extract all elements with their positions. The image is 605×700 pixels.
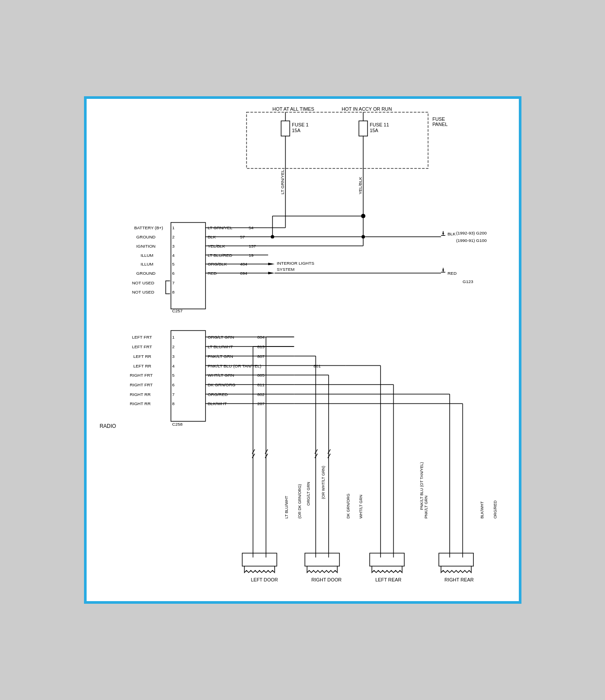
right-door-label: RIGHT DOOR <box>311 577 341 582</box>
c257-pin3-wire: YEL/BLK <box>207 244 225 248</box>
svg-rect-86 <box>242 553 276 566</box>
svg-rect-92 <box>370 553 404 566</box>
right-rear-label: RIGHT REAR <box>444 577 474 582</box>
fuse11-label: FUSE 11 <box>370 122 389 127</box>
svg-rect-0 <box>87 99 519 601</box>
c257-label-notused2: NOT USED <box>132 290 154 294</box>
interior-lights-label1: INTERIOR LIGHTS <box>276 261 314 266</box>
lt-grn-yel-wire-label: LT GRN/YEL <box>280 169 284 194</box>
c257-label-illum1: ILLUM <box>140 253 153 258</box>
rdoor-wire1-label: DK GRN/ORG <box>346 494 350 518</box>
svg-text:8: 8 <box>172 290 175 294</box>
blk-wire-label: BLK <box>447 231 455 236</box>
fuse-panel-label: FUSE <box>432 116 445 122</box>
svg-rect-45 <box>171 331 205 421</box>
c258-pin1-circuit: 804 <box>257 335 265 340</box>
fuse-panel-label2: PANEL <box>432 122 448 127</box>
svg-text:3: 3 <box>172 244 175 248</box>
svg-text:7: 7 <box>172 392 175 397</box>
c258-name: C258 <box>172 422 182 427</box>
c257-label-ground1: GROUND <box>136 234 155 239</box>
c257-pin4-wire: LT BLU/RED <box>207 253 232 258</box>
fuse1-label: FUSE 1 <box>292 122 308 127</box>
c257-pin2-circuit: 57 <box>240 234 245 239</box>
ldoor-wire4-label: (OR WHT/LT GRN) <box>321 466 325 499</box>
c258-label-lfrt1: LEFT FRT <box>132 335 152 340</box>
c258-pin7-circuit: 802 <box>257 392 264 397</box>
c257-pin1-wire: LT GRN/YEL <box>207 225 232 230</box>
ldoor-wire2-label: (OR DK GRN/ORG) <box>297 484 302 518</box>
svg-text:2: 2 <box>172 234 175 239</box>
c258-label-lfrt2: LEFT FRT <box>132 344 152 349</box>
g200-label: (1992-93) G200 <box>456 231 486 235</box>
left-door-label: LEFT DOOR <box>251 577 278 582</box>
svg-text:8: 8 <box>172 401 175 406</box>
c257-label-battery: BATTERY (B+) <box>134 225 163 230</box>
svg-text:5: 5 <box>172 373 175 378</box>
c258-pin3-wire: PNK/LT GRN <box>207 354 233 359</box>
c258-label-rfrt2: RIGHT FRT <box>129 382 152 387</box>
c257-label-ground2: GROUND <box>136 271 155 276</box>
interior-lights-label2: SYSTEM <box>276 267 294 272</box>
c258-pin5-circuit: 805 <box>257 373 265 378</box>
c258-label-rfrt1: RIGHT FRT <box>129 373 152 378</box>
c257-label-ignition: IGNITION <box>136 244 155 248</box>
svg-text:4: 4 <box>172 253 175 258</box>
lrear-wire1-label: PNK/LT BLU (OT TAN/YEL) <box>419 462 423 510</box>
c257-pin4-circuit: 19 <box>248 253 253 258</box>
svg-text:1: 1 <box>172 335 175 340</box>
svg-text:1: 1 <box>172 225 175 230</box>
c258-pin8-wire: BLK/WHT <box>207 401 227 406</box>
rdoor-wire2-label: WHT/LT GRN <box>359 495 363 518</box>
c258-pin6-circuit: 811 <box>257 382 265 387</box>
rrear-wire2-label: ORG/RED <box>493 500 497 518</box>
c258-label-lrr2: LEFT RR <box>133 364 151 368</box>
c258-pin8-circuit: 287 <box>257 401 264 406</box>
g123-label: G123 <box>462 279 473 284</box>
fuse1-value: 15A <box>292 128 301 133</box>
svg-text:2: 2 <box>172 344 175 349</box>
c258-pin5-wire: WHT/LT GRN <box>207 373 234 378</box>
svg-text:6: 6 <box>172 271 175 276</box>
c257-pin5-circuit: 484 <box>240 262 247 266</box>
svg-point-41 <box>361 235 365 238</box>
c257-name: C257 <box>172 308 182 313</box>
c258-pin2-wire: LT BLU/WHT <box>207 344 233 349</box>
rrear-wire1-label: BLK/WHT <box>479 501 484 518</box>
fuse11-value: 15A <box>370 128 378 133</box>
svg-text:6: 6 <box>172 382 175 387</box>
c257-label-notused1: NOT USED <box>132 280 154 285</box>
hot-accy-run-label: HOT IN ACCY OR RUN <box>341 106 392 112</box>
c257-pin5-wire: ORG/BLK <box>207 262 227 266</box>
hot-all-times-label: HOT AT ALL TIMES <box>272 106 314 112</box>
svg-text:3: 3 <box>172 354 175 359</box>
svg-text:4: 4 <box>172 364 175 368</box>
c258-pin6-wire: DK GRN/ORG <box>207 382 235 387</box>
c258-label-lrr1: LEFT RR <box>133 354 151 359</box>
wiring-diagram: HOT AT ALL TIMES HOT IN ACCY OR RUN FUSE… <box>84 96 521 604</box>
c258-label-rrr1: RIGHT RR <box>129 392 150 397</box>
g100-label: (1990-91) G100 <box>456 238 486 243</box>
c258-label-rrr2: RIGHT RR <box>129 401 150 406</box>
svg-text:5: 5 <box>172 262 175 266</box>
c258-pin7-wire: ORG/RED <box>207 392 227 397</box>
c257-label-illum2: ILLUM <box>140 262 153 266</box>
red-wire-label: RED <box>447 271 456 276</box>
c257-pin6-circuit: 694 <box>240 271 247 276</box>
radio-label: RADIO <box>99 423 116 429</box>
yel-blk-wire-label: YEL/BLK <box>358 177 363 194</box>
c258-pin3-circuit: 807 <box>257 354 264 359</box>
c257-pin6-wire: RED <box>207 271 217 276</box>
svg-rect-95 <box>439 553 473 566</box>
ldoor-wire1-label: LT BLU/WHT <box>284 496 289 519</box>
c257-pin1-circuit: 54 <box>248 225 253 230</box>
c257-pin3-circuit: 137 <box>248 244 255 248</box>
ldoor-wire3-label: ORG/LT GRN <box>306 482 310 505</box>
left-rear-label: LEFT REAR <box>375 577 401 582</box>
svg-text:7: 7 <box>172 280 175 285</box>
svg-rect-89 <box>304 553 339 566</box>
c258-pin4-circuit: 801 <box>313 364 321 368</box>
svg-rect-12 <box>171 223 205 309</box>
c257-pin2-wire: BLK <box>207 234 216 239</box>
lrear-wire2-label: PNK/LT GRN <box>423 496 428 518</box>
